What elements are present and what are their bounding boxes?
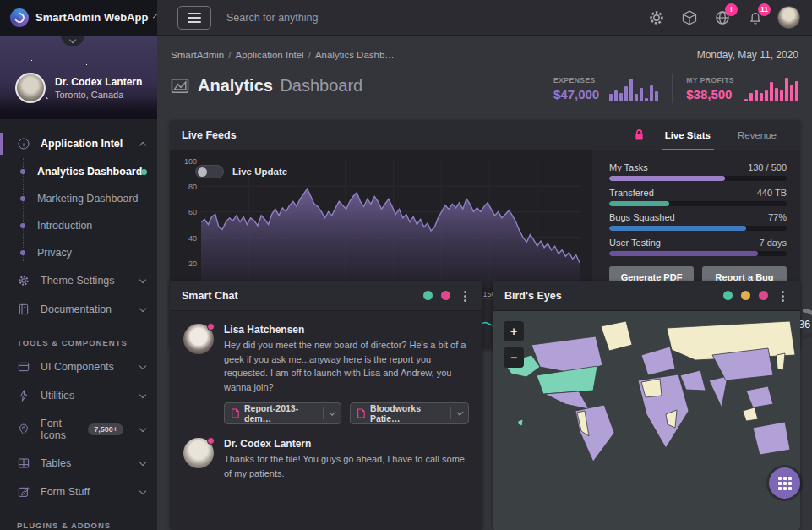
live-chart-area: Live Update 100806040200 025507510012515… xyxy=(170,150,592,298)
stat-label: My Tasks xyxy=(609,162,648,172)
menu-toggle-button[interactable] xyxy=(177,6,211,30)
file-icon xyxy=(357,408,365,418)
sidebar-item-label: Theme Settings xyxy=(41,275,130,287)
user-avatar[interactable] xyxy=(777,6,800,29)
chevron-down-icon xyxy=(69,36,76,43)
progress-bar xyxy=(609,226,746,231)
kebab-menu-icon[interactable] xyxy=(459,289,471,303)
chat-author: Dr. Codex Lantern xyxy=(224,438,469,450)
chat-avatar[interactable] xyxy=(183,324,214,354)
breadcrumb-item[interactable]: SmartAdmin xyxy=(171,50,224,60)
attachment-label: Bloodworks Patie… xyxy=(370,403,444,423)
sidebar-item-label: Marketing Dashboard xyxy=(37,193,145,205)
sidebar-item-label: Privacy xyxy=(37,247,145,259)
lock-icon xyxy=(634,128,645,141)
sidebar-item-marketing-dashboard[interactable]: Marketing Dashboard xyxy=(0,185,157,212)
sidebar-item-tables[interactable]: Tables xyxy=(0,449,157,478)
kpi-profits: MY PROFITS $38,500 xyxy=(686,76,798,101)
sidebar-item-theme-settings[interactable]: Theme Settings xyxy=(0,266,157,295)
progress-bar xyxy=(609,201,669,206)
online-status-dot xyxy=(207,323,215,331)
live-stats-list: My Tasks130 / 500 Transfered440 TB Bugs … xyxy=(592,150,800,298)
breadcrumb: SmartAdmin/Application Intel/Analytics D… xyxy=(171,50,395,60)
status-dot[interactable] xyxy=(441,291,450,300)
sidebar-item-form-stuff[interactable]: Form Stuff xyxy=(0,478,157,506)
sidebar-section-plugins: Plugins & Addons xyxy=(0,506,157,530)
chevron-down-icon xyxy=(139,362,146,369)
analytics-chart-icon xyxy=(171,78,189,95)
kpi-sparkline-bars xyxy=(609,76,658,101)
live-update-toggle[interactable] xyxy=(195,165,224,178)
panel-title: Bird's Eyes xyxy=(504,290,562,302)
profile-location: Toronto, Canada xyxy=(55,90,142,100)
kpi-value: $38,500 xyxy=(686,87,734,101)
language-globe-icon[interactable]: ! xyxy=(711,7,733,29)
sidebar-item-font-icons[interactable]: Font Icons 7,500+ xyxy=(0,410,157,449)
status-dot[interactable] xyxy=(741,291,750,300)
attachment-label: Report-2013-dem… xyxy=(244,403,316,423)
notifications-bell-icon[interactable]: 11 xyxy=(744,7,766,29)
sidebar-item-label: Form Stuff xyxy=(41,486,130,498)
progress-bar xyxy=(609,251,758,256)
sidebar-item-analytics-dashboard[interactable]: Analytics Dashboard xyxy=(0,158,157,185)
chevron-down-icon xyxy=(153,14,157,19)
stat-value: 77% xyxy=(768,212,787,222)
axis-tick-label: 80 xyxy=(188,183,197,191)
app-logo-icon xyxy=(10,8,29,27)
kpi-value: $47,000 xyxy=(553,87,599,101)
search-input[interactable] xyxy=(226,12,480,24)
sidebar-item-label: Introduction xyxy=(37,220,145,232)
world-map[interactable]: + − xyxy=(493,311,800,530)
bell-badge: 11 xyxy=(758,3,771,16)
sidebar-item-introduction[interactable]: Introduction xyxy=(0,212,157,239)
stat-user-testing: User Testing7 days xyxy=(609,238,787,256)
chevron-up-icon xyxy=(139,141,146,148)
page-title-bold: Analytics xyxy=(198,76,273,95)
kpi-sparkline-bars xyxy=(744,76,798,101)
chevron-down-icon xyxy=(139,276,146,282)
sidebar-item-ui-components[interactable]: UI Components xyxy=(0,352,157,381)
sidebar-item-documentation[interactable]: Documentation xyxy=(0,295,157,324)
brand-name: SmartAdmin WebApp xyxy=(35,11,148,24)
active-indicator-dot xyxy=(141,169,147,175)
sidebar-item-utilities[interactable]: Utilities xyxy=(0,381,157,410)
chevron-down-icon xyxy=(456,408,463,415)
stat-label: Bugs Squashed xyxy=(609,212,675,222)
tab-revenue[interactable]: Revenue xyxy=(726,120,788,150)
chat-message: Lisa Hatchensen Hey did you meet the new… xyxy=(183,324,469,424)
sidebar-item-label: Documentation xyxy=(41,303,130,315)
file-icon xyxy=(231,408,239,418)
chat-avatar[interactable] xyxy=(183,438,214,468)
profile-avatar[interactable] xyxy=(15,73,46,103)
sidebar-item-label: Tables xyxy=(41,457,130,469)
tab-live-stats[interactable]: Live Stats xyxy=(653,120,722,150)
status-dot[interactable] xyxy=(423,291,433,300)
grid-icon xyxy=(778,477,792,490)
chat-message: Dr. Codex Lantern Thanks for the file! Y… xyxy=(183,438,469,480)
status-dot[interactable] xyxy=(723,291,733,300)
map-zoom-out-button[interactable]: − xyxy=(504,347,524,368)
stat-transfered: Transfered440 TB xyxy=(609,188,787,206)
stat-label: User Testing xyxy=(609,238,661,248)
chat-author: Lisa Hatchensen xyxy=(224,324,469,336)
profile-name: Dr. Codex Lantern xyxy=(55,76,142,88)
sidebar-item-label: Font Icons xyxy=(41,418,78,441)
breadcrumb-item[interactable]: Application Intel xyxy=(235,50,303,60)
attachment-button[interactable]: Bloodworks Patie… xyxy=(350,402,469,424)
map-zoom-in-button[interactable]: + xyxy=(504,321,524,341)
status-dot[interactable] xyxy=(759,291,768,300)
top-navbar: SmartAdmin WebApp ! 11 xyxy=(0,0,812,36)
profile-collapse-button[interactable] xyxy=(61,36,84,46)
stat-bugs-squashed: Bugs Squashed77% xyxy=(609,212,787,231)
package-icon[interactable] xyxy=(678,7,700,29)
brand[interactable]: SmartAdmin WebApp xyxy=(0,0,157,36)
settings-gear-icon[interactable] xyxy=(646,7,668,29)
app-shortcuts-button[interactable] xyxy=(769,467,800,499)
sidebar-item-application-intel[interactable]: Application Intel xyxy=(0,129,157,158)
attachment-button[interactable]: Report-2013-dem… xyxy=(224,402,341,424)
main-content: SmartAdmin/Application Intel/Analytics D… xyxy=(157,36,812,530)
sidebar-item-privacy[interactable]: Privacy xyxy=(0,239,157,266)
sidebar-item-label: UI Components xyxy=(41,361,130,373)
world-map-svg xyxy=(493,311,800,514)
kebab-menu-icon[interactable] xyxy=(777,289,788,303)
